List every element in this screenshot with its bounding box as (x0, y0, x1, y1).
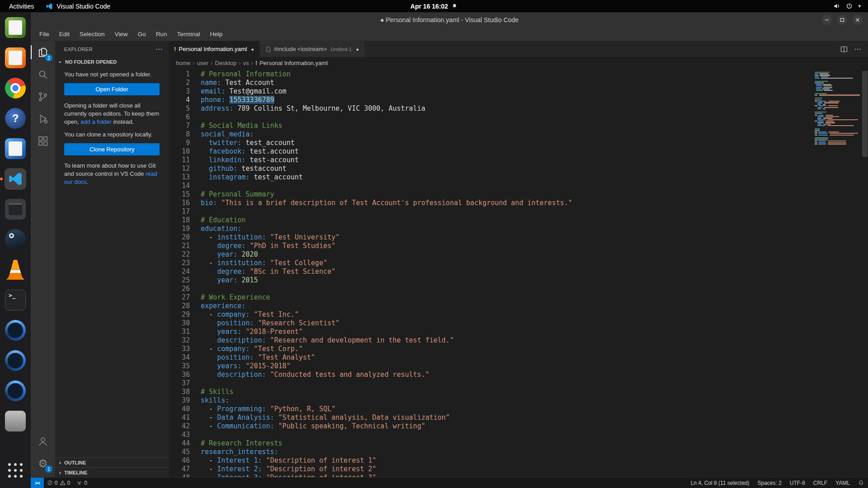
code-line[interactable]: 33 - company: "Test Corp." (169, 345, 809, 353)
code-line[interactable]: 34 position: "Test Analyst" (169, 353, 809, 362)
timeline-section-header[interactable]: › TIMELINE (55, 467, 169, 477)
code-line[interactable]: 32 description: "Research and developmen… (169, 336, 809, 345)
menu-edit[interactable]: Edit (54, 28, 75, 41)
dock-help[interactable]: ? (3, 106, 28, 131)
code-line[interactable]: 36 description: "Conducted tests and ana… (169, 371, 809, 379)
editor[interactable]: 1# Personal Information2name: Test Accou… (169, 69, 868, 477)
code-line[interactable]: 28experience: (169, 302, 809, 310)
search-tab[interactable] (31, 63, 55, 85)
close-button[interactable] (853, 15, 863, 25)
code-line[interactable]: 20 - institution: "Test University" (169, 233, 809, 242)
code-line[interactable]: 39skills: (169, 396, 809, 405)
code-line[interactable]: 7# Social Media Links (169, 122, 809, 130)
dock-chrome[interactable] (3, 76, 28, 100)
eol-sequence[interactable]: CRLF (809, 480, 831, 486)
code-line[interactable]: 11 linkedin: test-account (169, 156, 809, 164)
breadcrumb-item[interactable]: home (176, 60, 191, 66)
code-line[interactable]: 22 year: 2020 (169, 250, 809, 259)
menu-go[interactable]: Go (133, 28, 151, 41)
menu-selection[interactable]: Selection (75, 28, 110, 41)
dock-blue-app-3[interactable] (3, 379, 28, 403)
encoding[interactable]: UTF-8 (786, 480, 809, 486)
code-line[interactable]: 3email: Test@gmail.com (169, 87, 809, 96)
editor-more-actions-icon[interactable]: ⋯ (854, 45, 862, 53)
breadcrumb-item[interactable]: Desktop (215, 60, 237, 66)
code-line[interactable]: 12 github: testaccount (169, 164, 809, 173)
dock-libreoffice-writer[interactable] (3, 136, 28, 161)
code-line[interactable]: 30 position: "Research Scientist" (169, 319, 809, 328)
menu-file[interactable]: File (34, 28, 54, 41)
maximize-button[interactable] (837, 15, 847, 25)
indentation[interactable]: Spaces: 2 (753, 480, 785, 486)
breadcrumb-item[interactable]: Personal Information.yaml (259, 60, 328, 66)
show-applications-button[interactable] (3, 458, 28, 483)
scrollbar-thumb[interactable] (862, 71, 868, 157)
code-line[interactable]: 46 - Interest 1: "Description of interes… (169, 456, 809, 465)
code-line[interactable]: 41 - Data Analysis: "Statistical analysi… (169, 413, 809, 422)
dock-text-editor[interactable] (3, 197, 28, 221)
code-line[interactable]: 27# Work Experience (169, 293, 809, 302)
activities-button[interactable]: Activities (9, 3, 34, 10)
code-line[interactable]: 21 degree: "PhD in Test Studies" (169, 242, 809, 250)
tab-personal-information-yaml[interactable]: ! Personal Information.yaml ● (169, 41, 260, 57)
volume-icon[interactable] (834, 3, 840, 9)
split-editor-icon[interactable] (840, 46, 848, 53)
tab-untitled-1[interactable]: #include <iostream> Untitled-1 ● (260, 41, 365, 57)
menu-run[interactable]: Run (151, 28, 172, 41)
code-line[interactable]: 35 years: "2015-2018" (169, 362, 809, 371)
dock-blue-app-2[interactable] (3, 348, 28, 373)
dock-blue-app-1[interactable] (3, 318, 28, 343)
open-folder-button[interactable]: Open Folder (64, 83, 160, 95)
code-line[interactable]: 14 (169, 182, 809, 190)
code-line[interactable]: 25 year: 2015 (169, 276, 809, 285)
outline-section-header[interactable]: › OUTLINE (55, 457, 169, 467)
code-line[interactable]: 23 - institution: "Test College" (169, 259, 809, 267)
code-line[interactable]: 44# Research Interests (169, 439, 809, 448)
code-line[interactable]: 24 degree: "BSc in Test Science" (169, 267, 809, 276)
dock-libreoffice-calc[interactable] (3, 15, 28, 40)
clone-repository-button[interactable]: Clone Repository (64, 143, 160, 155)
accounts-button[interactable] (31, 430, 55, 452)
code-line[interactable]: 2name: Test Account (169, 79, 809, 87)
source-control-tab[interactable] (31, 85, 55, 108)
dock-terminal[interactable]: >_ (3, 288, 28, 312)
system-tray[interactable]: ▾ (834, 3, 868, 9)
code-line[interactable]: 8social_media: (169, 130, 809, 139)
add-folder-link[interactable]: add a folder (80, 118, 112, 125)
dock-vlc[interactable] (3, 258, 28, 282)
ports-indicator[interactable]: 0 (73, 480, 90, 486)
breadcrumb-item[interactable]: vs (243, 60, 249, 66)
code-line[interactable]: 15# Personal Summary (169, 190, 809, 199)
problems-indicator[interactable]: 0 0 (44, 480, 73, 486)
code-line[interactable]: 19education: (169, 225, 809, 233)
code-line[interactable]: 45research_interests: (169, 448, 809, 456)
no-folder-section-header[interactable]: › NO FOLDER OPENED (55, 57, 169, 67)
run-debug-tab[interactable] (31, 108, 55, 130)
code-line[interactable]: 47 - Interest 2: "Description of interes… (169, 465, 809, 474)
code-line[interactable]: 10 facebook: test.account (169, 147, 809, 156)
code-line[interactable]: 6 (169, 113, 809, 122)
menu-view[interactable]: View (110, 28, 133, 41)
scrollbar[interactable] (862, 69, 868, 477)
code-line[interactable]: 29 - company: "Test Inc." (169, 310, 809, 319)
minimap[interactable] (815, 71, 860, 145)
code-line[interactable]: 18# Education (169, 216, 809, 225)
power-icon[interactable] (846, 3, 853, 9)
code-line[interactable]: 16bio: "This is a brief description of T… (169, 199, 809, 207)
dock-vscode[interactable] (3, 167, 28, 191)
clock-area[interactable]: Apr 16 16:02 (410, 3, 458, 10)
code-line[interactable]: 37 (169, 379, 809, 388)
code-line[interactable]: 26 (169, 285, 809, 293)
menu-help[interactable]: Help (205, 28, 227, 41)
dock-gray-app[interactable] (3, 409, 28, 433)
dirty-indicator[interactable]: ● (356, 47, 359, 52)
menu-terminal[interactable]: Terminal (172, 28, 205, 41)
explorer-tab[interactable]: 2 (31, 41, 55, 63)
title-bar[interactable]: ● Personal Information.yaml - Visual Stu… (31, 12, 868, 28)
sidebar-more-actions-icon[interactable]: ⋯ (156, 45, 162, 53)
remote-indicator[interactable]: >< (31, 478, 44, 488)
notifications-bell[interactable] (854, 480, 868, 486)
dock-libreoffice-impress[interactable] (3, 46, 28, 70)
code-line[interactable]: 38# Skills (169, 388, 809, 396)
cursor-position[interactable]: Ln 4, Col 8 (11 selected) (687, 480, 754, 486)
